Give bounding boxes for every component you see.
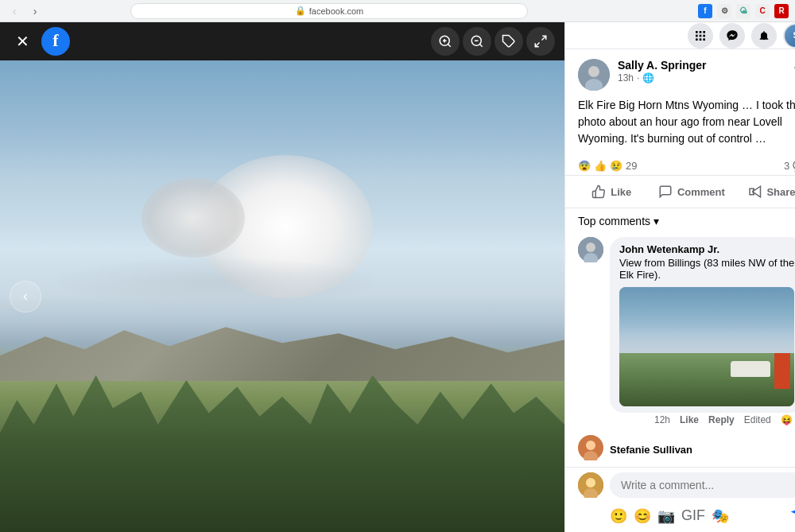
send-button[interactable]: [789, 506, 795, 526]
browser-chrome: ‹ › 🔒 facebook.com f ⚙ 🌤 C R: [0, 0, 795, 22]
settings-extension-icon[interactable]: ⚙: [717, 4, 731, 18]
address-bar[interactable]: 🔒 facebook.com: [130, 3, 528, 19]
brand-c-icon[interactable]: C: [755, 4, 770, 18]
messenger-button[interactable]: [719, 23, 745, 49]
post-author-avatar: [578, 59, 610, 91]
privacy-icon: 🌐: [642, 72, 654, 83]
john-edited-label: Edited: [744, 414, 771, 425]
fullscreen-icon: [533, 34, 548, 49]
avatar-image: [578, 59, 610, 91]
fb-extension-icon[interactable]: f: [698, 4, 712, 18]
zoom-out-button[interactable]: [463, 27, 491, 56]
svg-rect-11: [699, 31, 701, 33]
zoom-out-icon: [470, 34, 484, 49]
photo-background: [0, 60, 564, 532]
comment-icon: [658, 184, 673, 199]
share-button[interactable]: Share: [731, 177, 795, 206]
share-label: Share: [766, 186, 795, 198]
comment-label: Comment: [677, 186, 725, 198]
svg-line-1: [448, 44, 450, 46]
comment-image-sky: [619, 287, 794, 353]
reactions-left: 😨 👍 😢 29: [578, 160, 637, 172]
cloud-left: [142, 178, 245, 258]
john-like-button[interactable]: Like: [680, 414, 699, 425]
bell-icon: [758, 29, 770, 42]
user-avatar-nav[interactable]: S: [783, 23, 795, 49]
apps-button[interactable]: [688, 23, 713, 49]
reactions-right: 3 💬: [784, 160, 795, 172]
photo-image: ‹: [0, 60, 564, 532]
emoji-toolbar: 🙂 😊 📷 GIF 🎭: [565, 503, 795, 532]
svg-point-24: [586, 243, 595, 252]
zoom-in-icon: [438, 34, 452, 49]
svg-rect-13: [696, 34, 698, 37]
comments-dropdown-icon[interactable]: ▾: [653, 215, 659, 227]
stefanie-avatar-image: [578, 435, 603, 460]
comment-item-john: John Wetenkamp Jr. View from Billings (8…: [565, 234, 795, 432]
post-author-name: Sally A. Springer: [618, 59, 785, 72]
lock-icon: 🔒: [295, 6, 306, 16]
svg-point-27: [586, 441, 595, 450]
brand-r-icon[interactable]: R: [774, 4, 789, 18]
reactions-row: 😨 👍 😢 29 3 💬: [565, 157, 795, 176]
gif-button[interactable]: GIF: [681, 507, 705, 524]
scared-reaction-icon: 😨: [578, 160, 591, 172]
comment-input[interactable]: [610, 472, 795, 498]
emoji2-button[interactable]: 😊: [634, 507, 651, 525]
svg-line-8: [542, 36, 546, 40]
svg-rect-12: [703, 31, 705, 33]
john-reply-button[interactable]: Reply: [708, 414, 735, 425]
fb-nav-bar: S: [565, 22, 795, 49]
mountain-ridge: [0, 317, 564, 381]
post-time: 13h: [618, 72, 634, 83]
messenger-icon: [726, 29, 739, 42]
top-comments-label: Top comments: [578, 215, 650, 227]
apps-grid-icon: [694, 29, 707, 42]
comment-button[interactable]: Comment: [652, 177, 732, 206]
writer-avatar: [578, 472, 603, 498]
zoom-in-button[interactable]: [431, 27, 460, 56]
john-avatar: [578, 237, 603, 262]
smiley-emoji-button[interactable]: 🙂: [610, 507, 627, 525]
prev-photo-button[interactable]: ‹: [10, 281, 41, 313]
svg-rect-14: [699, 34, 701, 37]
svg-point-20: [588, 66, 599, 77]
like-reaction-icon: 👍: [594, 160, 607, 172]
like-button[interactable]: Like: [572, 177, 652, 206]
fb-f-letter: f: [52, 30, 58, 51]
stefanie-avatar: [578, 435, 603, 464]
camera-emoji-button[interactable]: 📷: [657, 507, 675, 525]
svg-rect-10: [696, 31, 698, 33]
forward-button[interactable]: ›: [27, 3, 43, 19]
photo-tools: [431, 27, 555, 56]
car-in-image: [731, 361, 770, 377]
john-comment-image: [619, 287, 794, 406]
john-reaction-icon: 😝: [781, 414, 793, 425]
send-icon: [789, 506, 795, 522]
back-button[interactable]: ‹: [6, 3, 22, 19]
sad-reaction-icon: 😢: [610, 160, 622, 172]
notifications-button[interactable]: [751, 23, 777, 49]
post-time-row: 13h · 🌐: [618, 72, 785, 83]
building-in-image: [774, 353, 790, 389]
stefanie-name: Stefanie Sullivan: [610, 444, 692, 456]
john-comment-content: John Wetenkamp Jr. View from Billings (8…: [610, 237, 795, 429]
post-text: Elk Fire Big Horn Mtns Wyoming … I took …: [565, 97, 795, 157]
comment-image-ground: [619, 353, 794, 407]
tag-button[interactable]: [494, 27, 523, 56]
thumbs-up-icon: [591, 184, 606, 199]
close-button[interactable]: ✕: [10, 29, 35, 54]
main-layout: ✕ f: [0, 22, 795, 532]
extension-icons: f ⚙ 🌤 C R: [698, 4, 789, 18]
reactions-count: 29: [626, 160, 637, 172]
svg-point-30: [586, 478, 595, 487]
sticker-button[interactable]: 🎭: [712, 507, 729, 525]
photo-viewer-topbar: ✕ f: [0, 22, 564, 60]
fullscreen-button[interactable]: [526, 27, 555, 56]
comment-item-stefanie: Stefanie Sullivan: [565, 432, 795, 467]
john-comment-author: John Wetenkamp Jr.: [619, 243, 795, 255]
weather-extension-icon[interactable]: 🌤: [736, 4, 750, 18]
john-comment-actions: 12h Like Reply Edited 😝: [610, 413, 795, 429]
svg-rect-15: [703, 34, 705, 37]
svg-marker-33: [790, 507, 795, 521]
